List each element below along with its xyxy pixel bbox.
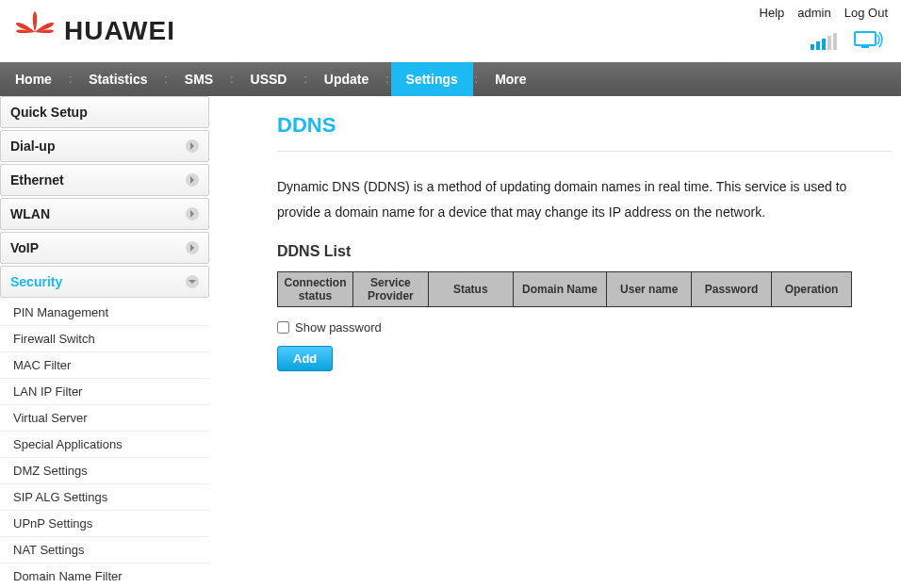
sidebar-cat-label: Ethernet	[10, 172, 64, 188]
show-password-row[interactable]: Show password	[277, 320, 892, 335]
chevron-right-icon	[186, 139, 199, 153]
brand: HUAWEI	[13, 9, 175, 53]
col-user-name: User name	[607, 272, 692, 307]
nav-statistics[interactable]: Statistics	[74, 62, 162, 96]
sidebar-cat-dialup[interactable]: Dial-up	[0, 130, 209, 162]
monitor-wifi-icon	[854, 29, 884, 50]
add-button[interactable]: Add	[277, 346, 333, 371]
col-connection-status: Connection status	[278, 272, 353, 307]
sidebar-item-vserver[interactable]: Virtual Server	[0, 405, 209, 432]
main-nav: Home : Statistics : SMS : USSD : Update …	[0, 62, 901, 96]
ddns-list-heading: DDNS List	[277, 243, 892, 260]
ddns-table: Connection status Service Provider Statu…	[277, 271, 852, 307]
admin-link[interactable]: admin	[797, 6, 830, 20]
col-domain-name: Domain Name	[513, 272, 607, 307]
sidebar-cat-voip[interactable]: VoIP	[0, 232, 209, 264]
page-title: DDNS	[277, 113, 892, 138]
sidebar-security-sublist: PIN Management Firewall Switch MAC Filte…	[0, 300, 209, 588]
nav-more[interactable]: More	[480, 62, 541, 96]
sidebar-item-pin[interactable]: PIN Management	[0, 300, 209, 326]
col-status: Status	[428, 272, 513, 307]
chevron-right-icon	[186, 207, 199, 220]
nav-home[interactable]: Home	[0, 62, 67, 96]
sidebar-cat-quick-setup[interactable]: Quick Setup	[0, 96, 209, 128]
sidebar-item-nat[interactable]: NAT Settings	[0, 537, 209, 564]
status-icons	[811, 29, 884, 50]
header-right: Help admin Log Out	[760, 6, 888, 50]
sidebar-cat-ethernet[interactable]: Ethernet	[0, 164, 209, 196]
sidebar-cat-label: VoIP	[10, 240, 39, 255]
svg-rect-1	[856, 33, 875, 44]
sidebar-cat-security[interactable]: Security	[0, 266, 209, 298]
col-password: Password	[692, 272, 772, 307]
sidebar-cat-label: Security	[10, 274, 62, 289]
sidebar-item-firewall[interactable]: Firewall Switch	[0, 326, 209, 352]
chevron-right-icon	[186, 241, 199, 254]
show-password-label: Show password	[295, 320, 382, 335]
sidebar-item-mac[interactable]: MAC Filter	[0, 352, 209, 379]
col-service-provider: Service Provider	[352, 272, 428, 307]
header: HUAWEI Help admin Log Out	[0, 0, 901, 62]
page-description: Dynamic DNS (DDNS) is a method of updati…	[277, 174, 892, 224]
sidebar-cat-wlan[interactable]: WLAN	[0, 198, 209, 230]
content: DDNS Dynamic DNS (DDNS) is a method of u…	[209, 96, 901, 588]
sidebar-item-lanip[interactable]: LAN IP Filter	[0, 379, 209, 405]
sidebar-cat-label: WLAN	[10, 206, 50, 221]
sidebar-item-sip[interactable]: SIP ALG Settings	[0, 484, 209, 511]
col-operation: Operation	[772, 272, 852, 307]
sidebar-cat-label: Dial-up	[10, 139, 55, 154]
sidebar-item-dmz[interactable]: DMZ Settings	[0, 458, 209, 484]
title-divider	[277, 151, 892, 152]
sidebar-item-domain[interactable]: Domain Name Filter	[0, 564, 209, 588]
nav-update[interactable]: Update	[309, 62, 384, 96]
sidebar-item-special[interactable]: Special Applications	[0, 432, 209, 458]
nav-settings[interactable]: Settings	[391, 62, 473, 96]
sidebar: Quick Setup Dial-up Ethernet WLAN VoIP S…	[0, 96, 209, 588]
logout-link[interactable]: Log Out	[844, 6, 888, 20]
brand-name: HUAWEI	[64, 16, 175, 46]
svg-rect-2	[861, 46, 869, 48]
chevron-right-icon	[186, 173, 199, 187]
top-links: Help admin Log Out	[760, 6, 888, 20]
show-password-checkbox[interactable]	[277, 321, 289, 334]
chevron-down-icon	[186, 275, 199, 288]
nav-sms[interactable]: SMS	[170, 62, 228, 96]
signal-icon	[811, 33, 837, 50]
help-link[interactable]: Help	[760, 6, 785, 20]
sidebar-item-upnp[interactable]: UPnP Settings	[0, 511, 209, 537]
nav-ussd[interactable]: USSD	[236, 62, 303, 96]
sidebar-cat-label: Quick Setup	[10, 105, 88, 120]
huawei-logo-icon	[13, 9, 57, 53]
